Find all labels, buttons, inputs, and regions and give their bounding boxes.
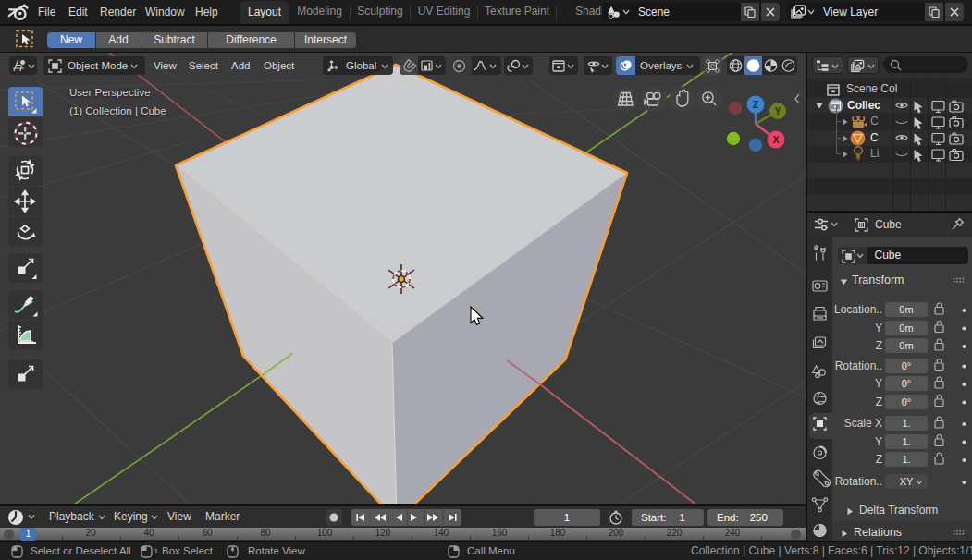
svg-text:X: X [773,135,780,145]
svg-text:Y: Y [775,106,781,116]
svg-text:Z: Z [753,100,758,110]
